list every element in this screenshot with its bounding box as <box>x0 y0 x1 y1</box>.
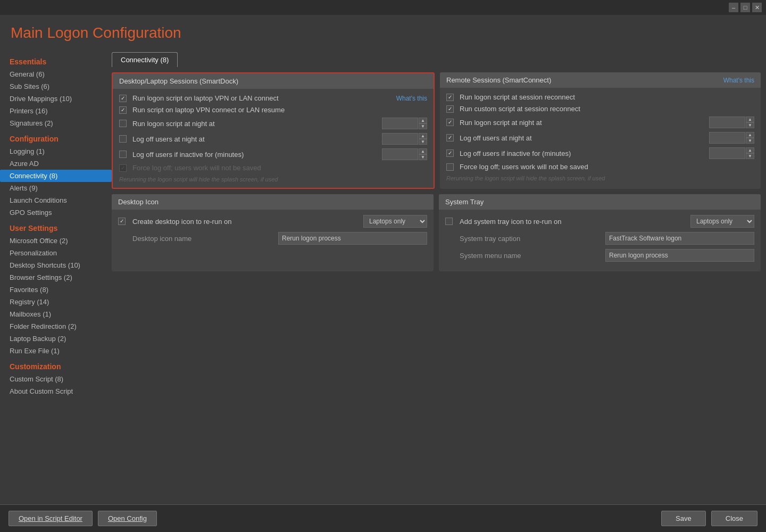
sidebar-item-gpo-settings[interactable]: GPO Settings <box>0 206 112 219</box>
rsp-row-5: Force log off; users work will not be sa… <box>446 163 754 171</box>
dlp-check-4[interactable] <box>119 151 127 158</box>
dlp-time-4[interactable]: 30 <box>382 148 418 160</box>
sidebar-item-browser-settings[interactable]: Browser Settings (2) <box>0 271 112 284</box>
sidebar-item-custom-script[interactable]: Custom Script (8) <box>0 373 112 385</box>
rsp-time-4[interactable]: 7 <box>709 147 745 159</box>
dlp-check-1[interactable] <box>119 106 127 114</box>
rsp-time-2-up[interactable]: ▲ <box>746 117 754 122</box>
system-tray-add-row: Add system tray icon to re-run on Laptop… <box>445 215 754 228</box>
rsp-time-4-down[interactable]: ▼ <box>746 153 754 159</box>
dlp-check-3[interactable] <box>119 135 127 143</box>
system-tray-dropdown[interactable]: Laptops onlyAll computersDesktops only <box>690 215 754 228</box>
rsp-check-0[interactable] <box>446 94 454 101</box>
rsp-row-4: Log off users if inactive for (minutes) … <box>446 147 754 159</box>
rsp-time-2-down[interactable]: ▼ <box>746 122 754 128</box>
system-tray-panel-body: Add system tray icon to re-run on Laptop… <box>439 210 761 271</box>
dlp-whats-this-0[interactable]: What's this <box>396 95 427 102</box>
dlp-time-2-up[interactable]: ▲ <box>419 118 427 123</box>
sidebar-item-sub-sites[interactable]: Sub Sites (6) <box>0 80 112 93</box>
open-script-editor-button[interactable]: Open in Script Editor <box>9 511 93 526</box>
close-button[interactable]: ✕ <box>752 3 762 12</box>
dlp-time-3[interactable]: 00:00 <box>382 133 418 145</box>
sidebar-item-registry[interactable]: Registry (14) <box>0 296 112 308</box>
sidebar-item-personalization[interactable]: Personalization <box>0 247 112 259</box>
sidebar-item-signatures[interactable]: Signatures (2) <box>0 117 112 129</box>
dlp-row-0: Run logon script on laptop VPN or LAN co… <box>119 94 427 102</box>
tab-connectivity[interactable]: Connectivity (8) <box>112 52 178 67</box>
sidebar-item-printers[interactable]: Printers (16) <box>0 105 112 117</box>
desktop-icon-panel-header: Desktop Icon <box>112 194 434 210</box>
system-tray-add-check[interactable] <box>445 218 453 225</box>
sidebar-item-desktop-shortcuts[interactable]: Desktop Shortcuts (10) <box>0 259 112 271</box>
sidebar-section-configuration: Configuration Logging (1) Azure AD Conne… <box>0 129 112 219</box>
close-button-bottom[interactable]: Close <box>711 511 757 526</box>
dlp-time-3-up[interactable]: ▲ <box>419 133 427 139</box>
rsp-label-1: Run custom script at session reconnect <box>460 105 754 113</box>
main-layout: Essentials General (6) Sub Sites (6) Dri… <box>0 52 766 504</box>
tab-bar: Connectivity (8) <box>112 52 761 67</box>
desktop-icon-dropdown[interactable]: Laptops onlyAll computersDesktops only <box>363 215 427 228</box>
system-tray-caption-input[interactable] <box>605 232 754 245</box>
dlp-check-0[interactable] <box>119 95 127 102</box>
dlp-time-3-down[interactable]: ▼ <box>419 139 427 145</box>
remote-sessions-panel-body: Run logon script at session reconnect Ru… <box>440 88 761 187</box>
restore-button[interactable]: □ <box>740 3 750 12</box>
sidebar-item-connectivity[interactable]: Connectivity (8) <box>0 170 112 182</box>
sidebar-item-drive-mappings[interactable]: Drive Mappings (10) <box>0 93 112 105</box>
sidebar-item-laptop-backup[interactable]: Laptop Backup (2) <box>0 332 112 345</box>
desktop-icon-create-check[interactable] <box>118 218 126 225</box>
rsp-time-3-up[interactable]: ▲ <box>746 132 754 138</box>
save-button[interactable]: Save <box>661 511 706 526</box>
remote-sessions-whats-this[interactable]: What's this <box>723 77 754 84</box>
app-title: Main Logon Configuration <box>0 15 766 51</box>
dlp-time-4-down[interactable]: ▼ <box>419 154 427 160</box>
sidebar-item-azure-ad[interactable]: Azure AD <box>0 157 112 170</box>
customization-heading: Customization <box>0 357 112 373</box>
dlp-spinbox-2: 00:00 ▲ ▼ <box>382 118 427 129</box>
rsp-check-5[interactable] <box>446 163 454 171</box>
user-settings-heading: User Settings <box>0 219 112 235</box>
rsp-check-4[interactable] <box>446 149 454 157</box>
desktop-laptop-panel: Desktop/Laptop Sessions (SmartDock) Run … <box>112 72 435 189</box>
dlp-time-4-up[interactable]: ▲ <box>419 148 427 154</box>
sidebar-item-ms-office[interactable]: Microsoft Office (2) <box>0 235 112 247</box>
system-tray-caption-row: System tray caption <box>445 232 754 245</box>
rsp-check-1[interactable] <box>446 105 454 113</box>
desktop-icon-create-row: Create desktop icon to re-run on Laptops… <box>118 215 427 228</box>
sidebar-item-about-custom-script[interactable]: About Custom Script <box>0 385 112 397</box>
rsp-spinbox-3: 00:00 ▲ ▼ <box>709 132 754 144</box>
rsp-check-2[interactable] <box>446 119 454 126</box>
sidebar-item-logging[interactable]: Logging (1) <box>0 145 112 157</box>
rsp-time-4-up[interactable]: ▲ <box>746 147 754 153</box>
rsp-time-3[interactable]: 00:00 <box>709 132 745 144</box>
top-panels-row: Desktop/Laptop Sessions (SmartDock) Run … <box>112 72 761 189</box>
dlp-time-2[interactable]: 00:00 <box>382 118 418 129</box>
sidebar-item-launch-conditions[interactable]: Launch Conditions <box>0 194 112 206</box>
rsp-row-0: Run logon script at session reconnect <box>446 93 754 101</box>
sidebar-item-general[interactable]: General (6) <box>0 68 112 80</box>
sidebar-item-mailboxes[interactable]: Mailboxes (1) <box>0 308 112 320</box>
sidebar-item-folder-redirection[interactable]: Folder Redirection (2) <box>0 320 112 332</box>
system-tray-add-label: Add system tray icon to re-run on <box>460 218 686 226</box>
sidebar-section-customization: Customization Custom Script (8) About Cu… <box>0 357 112 397</box>
sidebar-item-alerts[interactable]: Alerts (9) <box>0 182 112 194</box>
sidebar-item-favorites[interactable]: Favorites (8) <box>0 284 112 296</box>
dlp-label-0: Run logon script on laptop VPN or LAN co… <box>132 94 391 102</box>
minimize-button[interactable]: – <box>729 3 738 12</box>
desktop-icon-name-input[interactable] <box>278 232 427 245</box>
sidebar-item-run-exe[interactable]: Run Exe File (1) <box>0 345 112 357</box>
rsp-check-3[interactable] <box>446 134 454 142</box>
rsp-label-3: Log off users at night at <box>460 134 706 142</box>
open-config-button[interactable]: Open Config <box>98 511 157 526</box>
dlp-time-2-down[interactable]: ▼ <box>419 123 427 129</box>
dlp-check-2[interactable] <box>119 120 127 127</box>
dlp-row-4: Log off users if inactive for (minutes) … <box>119 148 427 160</box>
desktop-icon-panel: Desktop Icon Create desktop icon to re-r… <box>112 194 434 271</box>
title-bar: – □ ✕ <box>0 0 766 15</box>
sidebar-section-user-settings: User Settings Microsoft Office (2) Perso… <box>0 219 112 357</box>
desktop-icon-name-label: Desktop icon name <box>132 235 274 243</box>
desktop-icon-name-row: Desktop icon name <box>118 232 427 245</box>
system-tray-menu-input[interactable] <box>605 249 754 262</box>
rsp-time-2[interactable]: 00:00 <box>709 117 745 128</box>
rsp-time-3-down[interactable]: ▼ <box>746 138 754 144</box>
